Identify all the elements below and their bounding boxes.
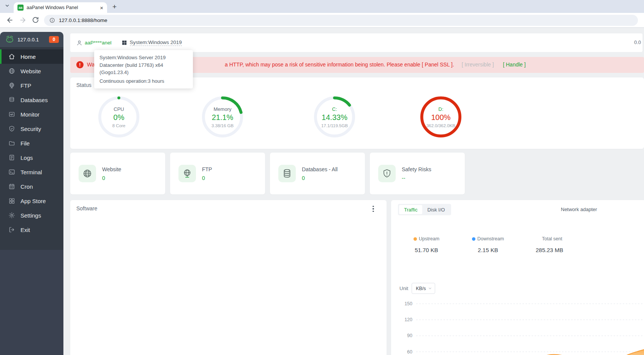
tooltip-system-line: System:Windows Server 2019 Datacenter (b… [99,54,188,76]
aapanel-logo-icon [5,36,14,43]
databases-card[interactable]: Databases - All0 [270,153,365,194]
new-tab-button[interactable]: + [112,2,117,11]
software-title: Software [76,205,97,211]
user-menu[interactable]: aaP****anel [76,40,112,46]
ftp-card[interactable]: FTP0 [170,153,265,194]
home-icon [8,53,15,60]
sidebar-menu: Home Website FTP Databases Monitor [0,47,63,250]
gauge-label: D: [439,106,444,112]
sidebar-item-security[interactable]: Security [0,121,63,136]
card-value: 0 [302,175,338,181]
url-bar[interactable]: 127.0.0.1:8888/home [44,15,638,26]
shield-exclamation-icon [378,165,396,182]
windows-icon [122,40,127,46]
gauge-memory[interactable]: Memory 21.1% 3.38/16 GB [201,96,244,138]
forward-icon[interactable] [19,16,27,24]
sidebar-item-label: File [21,140,30,147]
system-info[interactable]: System:Windows 2019 [122,39,182,46]
stat-label: Downstream [477,236,504,241]
browser-window: aa aaPanel Windows Panel × + 127.0.0.1:8… [0,0,644,355]
sidebar: 127.0.0.1 0 Home Website FTP D [0,32,63,355]
unit-select[interactable]: KB/s [412,283,435,294]
software-panel: Software [70,200,387,355]
folder-icon [8,140,15,147]
terminal-icon [8,169,15,175]
irreversible-link[interactable]: [ Irreversible ] [462,62,494,68]
sidebar-item-app-store[interactable]: App Store [0,194,63,208]
grid-icon [8,197,15,204]
sidebar-item-databases[interactable]: Databases [0,93,63,107]
network-adapter-label[interactable]: Network adapter [561,207,597,212]
card-value: -- [402,175,431,181]
reload-icon[interactable] [32,16,39,24]
sidebar-item-logs[interactable]: Logs [0,150,63,165]
stat-value: 285.23 MB [536,247,564,253]
gauge-label: Memory [214,106,232,112]
browser-toolbar: 127.0.0.1:8888/home [0,13,644,28]
tab-search-chevron-icon[interactable] [5,3,10,10]
sidebar-item-label: App Store [21,198,46,204]
gauge-value: 21.1% [212,113,234,122]
log-file-icon [8,154,15,161]
safety-risks-card[interactable]: Safety Risks-- [370,153,465,194]
gauge-subtext: 8 Core [112,123,126,128]
sidebar-item-label: Website [21,68,41,74]
warning-message: a HTTP, which may pose a risk of sensiti… [225,62,454,68]
site-info-icon[interactable] [49,17,55,23]
sidebar-item-file[interactable]: File [0,136,63,150]
card-value: 0 [202,175,212,181]
gauge-subtext: 362.0/362.0KB [426,123,455,128]
gauge-value: 100% [431,113,450,122]
stat-label: Total sent [542,236,562,241]
sidebar-item-terminal[interactable]: Terminal [0,165,63,179]
sidebar-item-label: Exit [21,227,30,233]
system-tooltip: System:Windows Server 2019 Datacenter (b… [94,50,193,88]
ftp-icon [8,82,15,89]
svg-text:120: 120 [404,317,412,322]
sidebar-item-monitor[interactable]: Monitor [0,107,63,121]
svg-text:90: 90 [407,333,412,338]
stat-downstream: Downstream 2.15 KB [460,236,516,253]
sidebar-header: 127.0.0.1 0 [0,32,63,47]
tab-title: aaPanel Windows Panel [27,5,97,10]
tab-disk-io[interactable]: Disk I/O [422,205,450,214]
svg-text:60: 60 [407,349,412,355]
browser-tab[interactable]: aa aaPanel Windows Panel × [14,2,107,13]
website-card[interactable]: Website0 [70,153,165,194]
gauge-cpu[interactable]: CPU 0% 8 Core [98,96,140,138]
globe-icon [79,165,96,182]
card-title: Website [102,166,121,172]
sidebar-item-ftp[interactable]: FTP [0,78,63,93]
user-icon [76,40,82,46]
kebab-menu-icon[interactable] [370,205,377,213]
logout-icon [8,226,15,233]
traffic-chart[interactable]: 1501209060300 [395,301,644,355]
gauge-value: 14.33% [322,113,347,122]
back-icon[interactable] [6,16,14,24]
chevron-down-icon [428,285,432,292]
gauge-subtext: 17.1/119.5GB [321,123,348,128]
sidebar-item-cron[interactable]: Cron [0,179,63,194]
stat-value: 51.70 KB [415,247,438,253]
sidebar-item-home[interactable]: Home [0,49,63,64]
tab-close-icon[interactable]: × [100,5,103,11]
tab-traffic[interactable]: Traffic [399,205,422,214]
server-host: 127.0.0.1 [17,37,49,43]
sidebar-item-label: Cron [21,183,33,190]
gauge-disk-d[interactable]: D: 100% 362.0/362.0KB [420,96,462,138]
downstream-dot-icon [472,237,475,241]
unit-row: Unit KB/s [399,283,435,294]
tooltip-uptime-line: Continuous operation:3 hours [99,77,188,85]
handle-link[interactable]: [ Handle ] [503,62,526,68]
sidebar-item-settings[interactable]: Settings [0,208,63,222]
svg-text:150: 150 [404,301,412,306]
sidebar-item-website[interactable]: Website [0,64,63,78]
sidebar-item-label: FTP [21,82,31,89]
notification-badge[interactable]: 0 [49,36,59,43]
globe-icon [8,68,15,74]
sidebar-item-exit[interactable]: Exit [0,222,63,237]
gauge-subtext: 3.38/16 GB [212,123,234,128]
gauge-disk-c[interactable]: C: 14.33% 17.1/119.5GB [313,96,356,138]
calendar-icon [8,183,15,190]
card-title: Safety Risks [402,166,431,172]
